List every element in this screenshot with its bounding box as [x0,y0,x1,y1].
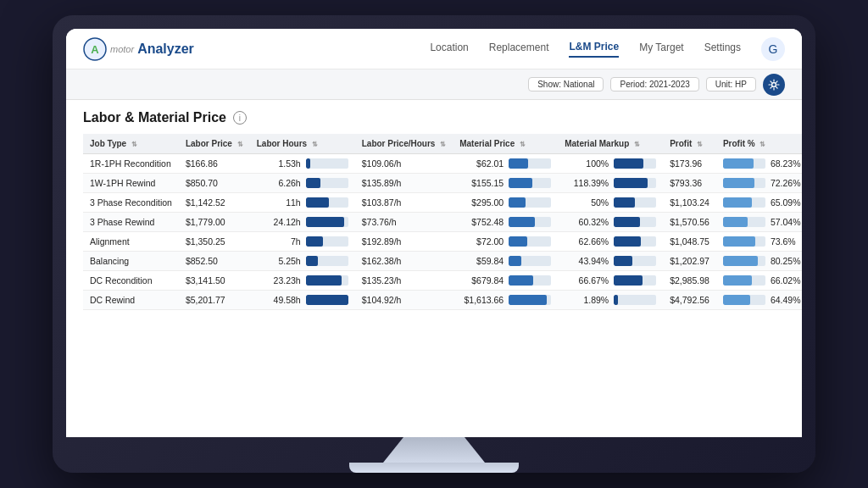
cell-material-markup: 60.32% [558,213,663,232]
filter-unit[interactable]: Unit: HP [706,77,756,92]
filter-bar: Show: National Period: 2021-2023 Unit: H… [66,69,802,100]
cell-material-markup: 66.67% [558,271,663,291]
cell-labor-price-per-hour: $73.76/h [355,213,453,232]
cell-labor-price-per-hour: $162.38/h [355,252,453,271]
table-row: 1W-1PH Rewind$850.70 6.26h $135.89/h $15… [83,174,802,193]
cell-labor-hours: 6.26h [250,174,355,193]
col-profit[interactable]: Profit ⇅ [663,134,716,154]
info-icon[interactable]: i [233,111,247,125]
monitor-stand [383,437,485,463]
cell-material-price: $72.00 [453,232,558,252]
nav-link-mytarget[interactable]: My Target [639,42,683,57]
table-body: 1R-1PH Recondition$166.86 1.53h $109.06/… [83,154,802,310]
cell-profit-pct: 80.25% [716,252,802,271]
monitor: A motor Analyzer Location Replacement L&… [53,15,815,473]
cell-job-type: DC Rewind [83,291,179,310]
cell-material-price: $155.15 [453,174,558,193]
cell-labor-hours: 7h [250,232,355,252]
col-profit-pct[interactable]: Profit % ⇅ [716,134,802,154]
cell-labor-hours: 1.53h [250,154,355,174]
nav-link-settings[interactable]: Settings [704,42,741,57]
cell-material-price: $62.01 [453,154,558,174]
user-icon[interactable]: G [761,37,785,61]
cell-labor-hours: 24.12h [250,213,355,232]
cell-labor-price-per-hour: $104.92/h [355,291,453,310]
cell-job-type: 3 Phase Recondition [83,193,179,213]
cell-profit-pct: 68.23% [716,154,802,174]
logo-area: A motor Analyzer [83,37,194,61]
col-material-price[interactable]: Material Price ⇅ [453,134,558,154]
cell-material-markup: 50% [558,193,663,213]
table-row: DC Rewind$5,201.77 49.58h $104.92/h $1,6… [83,291,802,310]
table-row: Balancing$852.50 5.25h $162.38/h $59.84 … [83,252,802,271]
filter-show[interactable]: Show: National [528,77,604,92]
cell-profit-pct: 64.49% [716,291,802,310]
cell-profit: $1,202.97 [663,252,716,271]
cell-profit: $2,985.98 [663,271,716,291]
svg-point-2 [772,82,776,86]
cell-material-markup: 1.89% [558,291,663,310]
nav-link-lmprice[interactable]: L&M Price [569,41,619,58]
cell-labor-price: $852.50 [179,252,250,271]
cell-material-markup: 100% [558,154,663,174]
cell-job-type: 1W-1PH Rewind [83,174,179,193]
cell-profit: $1,048.75 [663,232,716,252]
cell-profit: $4,792.56 [663,291,716,310]
cell-labor-price-per-hour: $135.89/h [355,174,453,193]
table-row: Alignment$1,350.25 7h $192.89/h $72.00 6… [83,232,802,252]
page-title-row: Labor & Material Price i [83,110,785,125]
cell-profit: $793.36 [663,174,716,193]
logo-icon: A [83,37,107,61]
cell-labor-hours: 11h [250,193,355,213]
cell-material-markup: 118.39% [558,174,663,193]
data-table: Job Type ⇅ Labor Price ⇅ Labor Hours ⇅ L… [83,134,802,310]
cell-profit-pct: 73.6% [716,232,802,252]
cell-profit-pct: 65.09% [716,193,802,213]
cell-job-type: 1R-1PH Recondition [83,154,179,174]
cell-profit-pct: 72.26% [716,174,802,193]
nav-link-location[interactable]: Location [430,42,468,57]
cell-profit: $173.96 [663,154,716,174]
cell-job-type: Balancing [83,252,179,271]
monitor-base [349,463,519,473]
cell-labor-price-per-hour: $135.23/h [355,271,453,291]
page-title: Labor & Material Price [83,110,226,125]
logo-main: Analyzer [137,42,194,57]
cell-labor-price: $5,201.77 [179,291,250,310]
cell-labor-price: $1,142.52 [179,193,250,213]
cell-job-type: Alignment [83,232,179,252]
table-header-row: Job Type ⇅ Labor Price ⇅ Labor Hours ⇅ L… [83,134,802,154]
cell-labor-price: $166.86 [179,154,250,174]
monitor-screen: A motor Analyzer Location Replacement L&… [66,29,802,437]
cell-material-price: $295.00 [453,193,558,213]
main-content: Labor & Material Price i Job Type ⇅ Labo… [66,100,802,437]
col-material-markup[interactable]: Material Markup ⇅ [558,134,663,154]
nav-bar: A motor Analyzer Location Replacement L&… [66,29,802,69]
cell-profit-pct: 57.04% [716,213,802,232]
cell-profit: $1,570.56 [663,213,716,232]
cell-job-type: DC Recondition [83,271,179,291]
col-labor-hours[interactable]: Labor Hours ⇅ [250,134,355,154]
svg-text:A: A [91,43,99,56]
cell-material-price: $59.84 [453,252,558,271]
cell-labor-price: $850.70 [179,174,250,193]
cell-job-type: 3 Phase Rewind [83,213,179,232]
cell-labor-price: $1,350.25 [179,232,250,252]
filter-period[interactable]: Period: 2021-2023 [610,77,698,92]
cell-material-price: $679.84 [453,271,558,291]
filter-settings-button[interactable] [763,74,785,96]
col-job-type[interactable]: Job Type ⇅ [83,134,179,154]
table-row: 3 Phase Rewind$1,779.00 24.12h $73.76/h … [83,213,802,232]
nav-links: Location Replacement L&M Price My Target… [430,37,785,61]
cell-material-price: $1,613.66 [453,291,558,310]
table-row: 3 Phase Recondition$1,142.52 11h $103.87… [83,193,802,213]
col-labor-price-per-hour[interactable]: Labor Price/Hours ⇅ [355,134,453,154]
cell-labor-hours: 23.23h [250,271,355,291]
cell-labor-price: $3,141.50 [179,271,250,291]
filter-gear-icon [768,79,780,91]
cell-labor-hours: 49.58h [250,291,355,310]
cell-material-markup: 43.94% [558,252,663,271]
col-labor-price[interactable]: Labor Price ⇅ [179,134,250,154]
cell-material-price: $752.48 [453,213,558,232]
nav-link-replacement[interactable]: Replacement [489,42,549,57]
